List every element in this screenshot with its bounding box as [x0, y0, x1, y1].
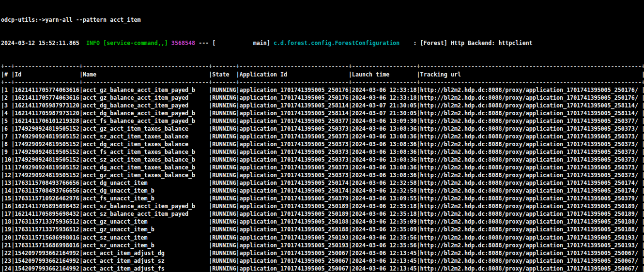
- cell-state: RUNNING: [212, 250, 236, 257]
- cell-id: 1763115713375936512: [15, 218, 79, 225]
- pipe: |: [79, 234, 83, 241]
- col-header-launch-time: Launch time: [352, 71, 417, 78]
- pipe: |: [236, 234, 240, 241]
- pipe: |: [642, 218, 644, 225]
- pipe: |: [79, 242, 83, 249]
- cell-row-number: 10: [4, 156, 11, 163]
- cell-launch-time: 2024-03-06 13:09:30: [352, 118, 417, 124]
- cell-row-number: 18: [4, 218, 11, 225]
- cell-state: RUNNING: [212, 102, 236, 109]
- cell-launch-time: 2024-03-06 12:35:09: [352, 218, 417, 225]
- cell-tracking-url: http://bl2m2.hdp.dc:8088/proxy/applicati…: [420, 180, 642, 186]
- pipe: |: [349, 156, 352, 163]
- cell-state: RUNNING: [212, 156, 236, 163]
- pipe: |: [236, 265, 240, 272]
- pipe: |: [79, 195, 83, 202]
- pipe: |: [642, 242, 644, 249]
- pipe: |: [236, 156, 240, 163]
- pipe: |: [642, 187, 644, 194]
- pipe: |: [642, 226, 644, 233]
- cell-tracking-url: http://bl2m2.hdp.dc:8088/proxy/applicati…: [420, 141, 642, 148]
- command-line: odcp-utils:->yarn-all --pattern acct_ite…: [1, 16, 644, 24]
- pipe: |: [236, 195, 240, 202]
- cell-name: acct_acct_item_adjust_fs: [83, 265, 209, 272]
- cell-launch-time: 2024-03-06 12:33:18: [352, 94, 417, 101]
- pipe: |: [1, 118, 4, 124]
- cell-launch-time: 2024-03-06 12:35:56: [352, 242, 417, 249]
- cell-tracking-url: http://bl2m2.hdp.dc:8088/proxy/applicati…: [420, 250, 642, 257]
- cell-application-id: application_1701741395005_250373: [240, 125, 349, 132]
- pipe: |: [349, 172, 352, 179]
- pipe: |: [79, 141, 83, 148]
- cell-row-number: 14: [4, 187, 11, 194]
- cell-application-id: application_1701741395005_250189: [240, 203, 349, 210]
- pipe: |: [79, 187, 83, 194]
- cell-id: 1621411705895698432: [15, 211, 79, 217]
- cell-launch-time: 2024-03-06 12:35:18: [352, 211, 417, 217]
- cell-row-number: 5: [4, 118, 11, 124]
- cell-row-number: 4: [4, 110, 11, 117]
- cell-application-id: application_1701741395005_250067: [240, 265, 349, 272]
- cell-id: 1763115708493766656: [15, 180, 79, 186]
- cell-application-id: application_1701741395005_250379: [240, 195, 349, 202]
- pipe: |: [79, 94, 83, 101]
- pipe: |: [642, 118, 644, 124]
- cell-name: acct_sz_unacct_item_b: [83, 242, 209, 249]
- pipe: |: [417, 218, 420, 225]
- cell-launch-time: 2024-03-07 21:30:05: [352, 110, 417, 117]
- cell-launch-time: 2024-03-06 12:35:09: [352, 226, 417, 233]
- pipe: |: [417, 234, 420, 241]
- cell-tracking-url: http://bl2m2.hdp.dc:8088/proxy/applicati…: [420, 242, 642, 249]
- col-header-tracking-url: Tracking url: [420, 71, 642, 78]
- table-border-line: +--+-------------------+----------------…: [1, 79, 644, 86]
- cell-row-number: 11: [4, 164, 11, 171]
- cell-id: 1763115713375936512: [15, 226, 79, 233]
- cell-row-number: 3: [4, 102, 11, 109]
- yarn-application-table: +--+-------------------+----------------…: [1, 62, 644, 272]
- cell-state: RUNNING: [212, 125, 236, 132]
- pipe: |: [1, 203, 4, 210]
- cell-launch-time: 2024-03-06 12:13:45: [352, 250, 417, 257]
- cell-row-number: 17: [4, 211, 11, 217]
- cell-application-id: application_1701741395005_250373: [240, 133, 349, 140]
- pipe: |: [417, 242, 420, 249]
- cell-row-number: 2: [4, 94, 11, 101]
- pipe: |: [417, 203, 420, 210]
- table-row: |24|1542097993662164992|acct_acct_item_a…: [1, 265, 644, 272]
- pipe: |: [349, 118, 352, 124]
- table-row: |5 |1621411706101219328|acct_fs_balance_…: [1, 117, 644, 125]
- cell-launch-time: 2024-03-06 13:08:36: [352, 141, 417, 148]
- pipe: |: [1, 218, 4, 225]
- pipe: |: [642, 180, 644, 186]
- cell-state: RUNNING: [212, 172, 236, 179]
- pipe: |: [349, 226, 352, 233]
- pipe: |: [79, 164, 83, 171]
- cell-state: RUNNING: [212, 234, 236, 241]
- cell-name: acct_fs_unacct_item_b: [83, 195, 209, 202]
- cell-tracking-url: http://bl2m2.hdp.dc:8088/proxy/applicati…: [420, 118, 642, 124]
- cell-application-id: application_1701741395005_250174: [240, 187, 349, 194]
- pipe: |: [417, 149, 420, 155]
- pipe: |: [417, 187, 420, 194]
- cell-state: RUNNING: [212, 110, 236, 117]
- cell-state: RUNNING: [212, 226, 236, 233]
- cell-id: 1621411706101219328: [15, 118, 79, 124]
- table-row: |10|1749290924819505152|acct_sz_acct_ite…: [1, 156, 644, 164]
- pipe: |: [349, 125, 352, 132]
- cell-row-number: 24: [4, 265, 11, 272]
- cell-name: acct_gz_balance_acct_item_payed_b: [83, 87, 209, 93]
- pipe: |: [1, 195, 4, 202]
- cell-state: RUNNING: [212, 87, 236, 93]
- pipe: |: [79, 265, 83, 272]
- cell-launch-time: 2024-03-06 13:08:36: [352, 133, 417, 140]
- cell-row-number: 15: [4, 195, 11, 202]
- col-header-id: Id: [15, 71, 79, 78]
- pipe: |: [236, 87, 240, 93]
- cell-application-id: application_1701741395005_250377: [240, 118, 349, 124]
- cell-name: acct_dg_acct_item_taxes_balance_b: [83, 164, 209, 171]
- terminal[interactable]: odcp-utils:->yarn-all --pattern acct_ite…: [0, 0, 644, 272]
- pipe: |: [349, 71, 352, 78]
- pipe: |: [79, 226, 83, 233]
- cell-application-id: application_1701741395005_250176: [240, 87, 349, 93]
- log-thread: --- [ main]: [195, 40, 274, 46]
